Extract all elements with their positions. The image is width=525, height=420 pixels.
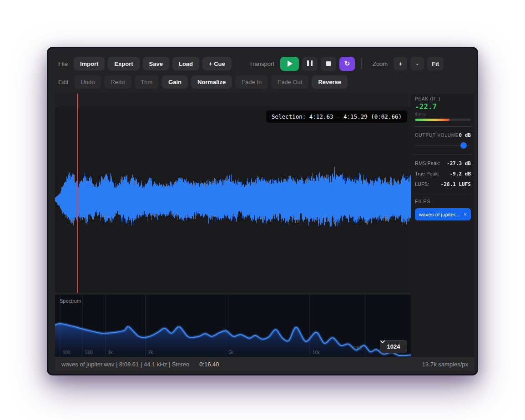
- redo-button[interactable]: Redo: [104, 75, 131, 89]
- peak-meter-fill: [415, 119, 449, 121]
- slider-thumb[interactable]: [460, 142, 467, 149]
- peak-unit: dBFS: [415, 112, 471, 116]
- freq-tick-label: 500: [85, 350, 93, 355]
- freq-tick-label: 5k: [228, 350, 233, 355]
- fft-size-select[interactable]: 1024: [380, 340, 407, 353]
- stop-button[interactable]: [321, 57, 336, 71]
- pause-button[interactable]: [302, 57, 318, 71]
- true-peak-value: -9.2 dB: [450, 171, 471, 177]
- stat-row: LUFS: -28.1 LUFS: [415, 181, 471, 187]
- divider: [414, 126, 472, 127]
- play-button[interactable]: [280, 57, 299, 71]
- spectrum-title: Spectrum: [60, 298, 81, 304]
- status-samples-per-px: 13.7k samples/px: [422, 361, 468, 368]
- playhead[interactable]: [77, 94, 78, 293]
- zoom-in-button[interactable]: +: [394, 57, 407, 70]
- import-button[interactable]: Import: [74, 57, 105, 70]
- fade-in-button[interactable]: Fade In: [235, 75, 268, 89]
- file-chip[interactable]: waves of jupiter.... ×: [415, 208, 471, 220]
- file-toolbar-label: File: [58, 60, 68, 67]
- freq-tick-label: 1k: [108, 350, 113, 355]
- add-cue-button[interactable]: + Cue: [202, 57, 232, 70]
- reverse-button[interactable]: Reverse: [312, 75, 348, 89]
- loop-icon: ↻: [344, 60, 350, 68]
- waveform-view[interactable]: Selection: 4:12.63 – 4:15.29 (0:02.66): [55, 106, 411, 293]
- export-button[interactable]: Export: [108, 57, 139, 70]
- files-section-label: FILES: [415, 199, 471, 204]
- toolbar-divider: [238, 58, 238, 69]
- file-chip-name: waves of jupiter....: [419, 212, 461, 217]
- edit-toolbar: Edit Undo Redo Trim Gain Normalize Fade …: [54, 74, 471, 90]
- output-volume-slider[interactable]: [415, 142, 471, 149]
- file-toolbar: File Import Export Save Load + Cue Trans…: [54, 54, 471, 74]
- trim-button[interactable]: Trim: [135, 75, 159, 89]
- toolbar-divider: [361, 58, 362, 69]
- app-window: File Import Export Save Load + Cue Trans…: [47, 47, 478, 375]
- rms-peak-label: RMS Peak:: [415, 160, 440, 166]
- pause-icon: [306, 60, 313, 67]
- spectrum-panel: Spectrum FFT 1024 1005001k2k5k10k: [55, 295, 411, 357]
- waveform-canvas[interactable]: [55, 106, 411, 293]
- true-peak-label: True Peak:: [415, 171, 439, 176]
- zoom-out-button[interactable]: -: [410, 57, 424, 70]
- status-current-time: 0:16.40: [199, 361, 219, 368]
- freq-tick-label: 100: [63, 350, 71, 355]
- peak-value: -22.7: [415, 102, 471, 111]
- stop-icon: [326, 61, 331, 66]
- peak-label: PEAK (RT): [415, 96, 471, 101]
- divider: [414, 155, 472, 155]
- zoom-label: Zoom: [373, 60, 388, 67]
- freq-tick-label: 10k: [313, 350, 320, 355]
- save-button[interactable]: Save: [143, 57, 169, 70]
- rms-peak-value: -27.3 dB: [447, 160, 471, 166]
- meters-sidebar: PEAK (RT) -22.7 dBFS OUTPUT VOLUME 0 dB …: [411, 94, 475, 357]
- stat-row: RMS Peak: -27.3 dB: [415, 160, 471, 166]
- play-icon: [288, 60, 293, 67]
- selection-tooltip: Selection: 4:12.63 – 4:15.29 (0:02.66): [266, 110, 407, 123]
- close-icon[interactable]: ×: [464, 211, 467, 218]
- lufs-label: LUFS:: [415, 181, 429, 187]
- transport-label: Transport: [249, 60, 274, 67]
- fft-label: FFT: [353, 345, 363, 350]
- gain-button[interactable]: Gain: [162, 75, 188, 89]
- edit-toolbar-label: Edit: [58, 79, 68, 85]
- status-file-info: waves of jupiter.wav | 8:09.61 | 44.1 kH…: [61, 361, 189, 368]
- divider: [414, 193, 472, 193]
- fade-out-button[interactable]: Fade Out: [271, 75, 308, 89]
- loop-button[interactable]: ↻: [339, 57, 355, 71]
- undo-button[interactable]: Undo: [74, 75, 101, 89]
- load-button[interactable]: Load: [172, 57, 199, 70]
- status-bar: waves of jupiter.wav | 8:09.61 | 44.1 kH…: [55, 357, 475, 371]
- output-volume-label: OUTPUT VOLUME: [415, 133, 459, 138]
- output-volume-value: 0 dB: [459, 132, 471, 138]
- fft-size-value: 1024: [387, 343, 400, 350]
- chevron-down-icon: [380, 340, 385, 343]
- freq-tick-label: 2k: [148, 350, 153, 355]
- peak-meter: [415, 119, 471, 121]
- stat-row: True Peak: -9.2 dB: [415, 171, 471, 177]
- lufs-value: -28.1 LUFS: [441, 181, 471, 187]
- normalize-button[interactable]: Normalize: [191, 75, 232, 89]
- timeline-ruler[interactable]: [55, 94, 411, 106]
- zoom-fit-button[interactable]: Fit: [427, 57, 444, 70]
